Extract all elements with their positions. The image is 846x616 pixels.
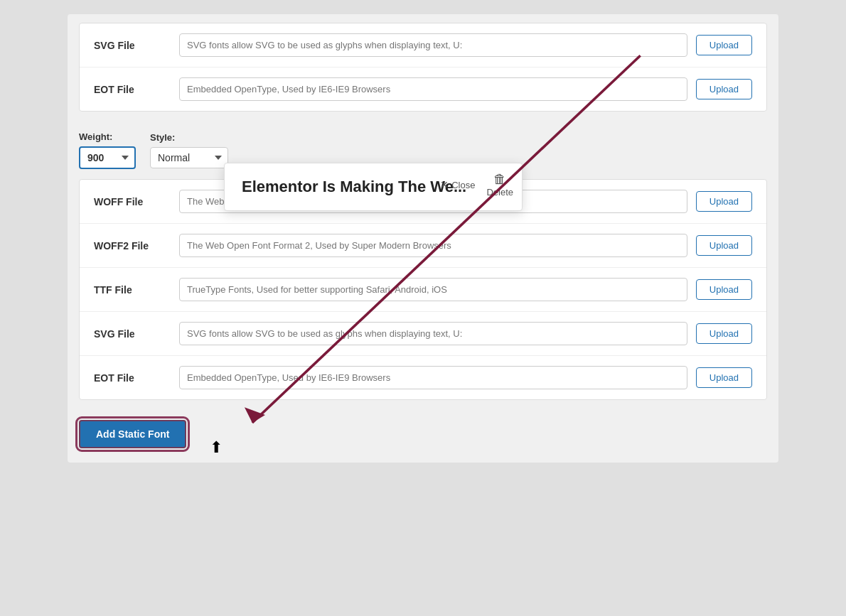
eot-file-row-top: EOT File Upload bbox=[80, 67, 766, 111]
close-label: Close bbox=[451, 180, 475, 190]
eot-file-input-top[interactable] bbox=[179, 77, 687, 101]
popup-actions: ✕ Close 🗑 Delete bbox=[440, 172, 513, 198]
eot-upload-btn-top[interactable]: Upload bbox=[696, 79, 752, 99]
svg-file-label-top: SVG File bbox=[94, 40, 179, 51]
weight-select[interactable]: 100 200 300 400 500 600 700 800 900 bbox=[79, 146, 136, 169]
close-x-icon: ✕ bbox=[440, 179, 449, 190]
style-select[interactable]: Normal Italic Oblique bbox=[150, 147, 228, 168]
svg-file-row-top: SVG File Upload bbox=[80, 23, 766, 67]
svg-upload-btn-top[interactable]: Upload bbox=[696, 35, 752, 55]
popup-overlay: Elementor Is Making The We... ✕ Close 🗑 … bbox=[224, 163, 523, 211]
svg-file-label-bottom: SVG File bbox=[94, 328, 179, 340]
woff-file-label: WOFF File bbox=[94, 196, 179, 207]
svg-upload-btn-bottom[interactable]: Upload bbox=[696, 323, 752, 344]
woff2-file-row: WOFF2 File Upload bbox=[80, 224, 766, 268]
controls-section: Weight: 100 200 300 400 500 600 700 800 … bbox=[68, 120, 778, 176]
weight-label: Weight: bbox=[79, 131, 136, 142]
svg-file-input-bottom[interactable] bbox=[179, 322, 687, 345]
bottom-area: Add Static Font ⬆ bbox=[68, 409, 778, 463]
add-static-font-button[interactable]: Add Static Font bbox=[79, 420, 186, 448]
woff2-file-label: WOFF2 File bbox=[94, 240, 179, 252]
style-label: Style: bbox=[150, 132, 228, 143]
ttf-file-input[interactable] bbox=[179, 278, 687, 301]
woff-upload-btn[interactable]: Upload bbox=[696, 191, 752, 212]
style-control-group: Style: Normal Italic Oblique bbox=[150, 132, 228, 168]
eot-upload-btn-bottom[interactable]: Upload bbox=[696, 367, 752, 388]
bottom-file-card: WOFF File Upload WOFF2 File Upload TTF F… bbox=[79, 179, 767, 400]
delete-action[interactable]: 🗑 Delete bbox=[486, 172, 513, 198]
svg-file-row-bottom: SVG File Upload bbox=[80, 312, 766, 356]
ttf-upload-btn[interactable]: Upload bbox=[696, 279, 752, 300]
close-action[interactable]: ✕ Close bbox=[440, 179, 475, 190]
delete-label: Delete bbox=[486, 187, 513, 198]
eot-file-row-bottom: EOT File Upload bbox=[80, 356, 766, 399]
eot-file-label-top: EOT File bbox=[94, 84, 179, 95]
top-file-card: SVG File Upload EOT File Upload bbox=[79, 23, 767, 112]
ttf-file-label: TTF File bbox=[94, 284, 179, 296]
cursor-icon: ⬆ bbox=[210, 438, 223, 457]
svg-file-input-top[interactable] bbox=[179, 33, 687, 57]
woff2-file-input[interactable] bbox=[179, 234, 687, 257]
main-container: SVG File Upload EOT File Upload Weight: … bbox=[68, 14, 778, 463]
ttf-file-row: TTF File Upload bbox=[80, 268, 766, 312]
eot-file-label-bottom: EOT File bbox=[94, 372, 179, 384]
eot-file-input-bottom[interactable] bbox=[179, 366, 687, 389]
woff2-upload-btn[interactable]: Upload bbox=[696, 235, 752, 256]
trash-icon: 🗑 bbox=[493, 172, 506, 187]
weight-control-group: Weight: 100 200 300 400 500 600 700 800 … bbox=[79, 131, 136, 169]
